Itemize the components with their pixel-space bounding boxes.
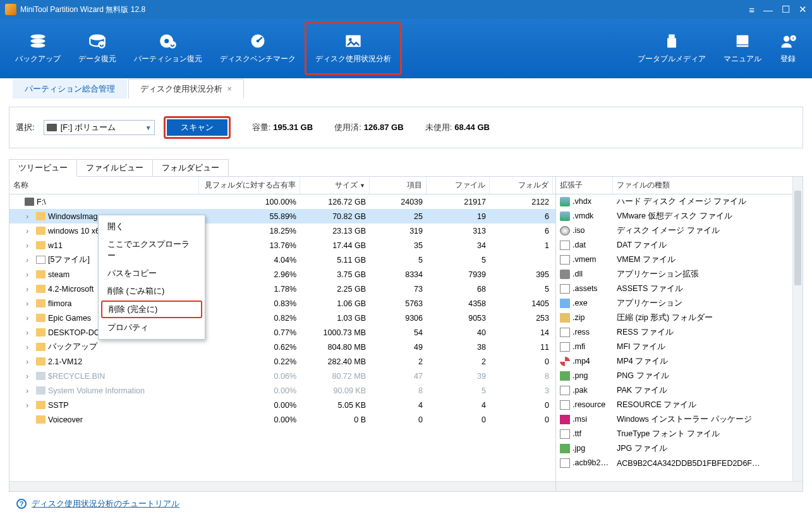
col-name[interactable]: 名称 bbox=[9, 177, 199, 194]
expander-icon[interactable]: › bbox=[26, 227, 33, 235]
table-row[interactable]: Voiceover0.00%0 B000 bbox=[9, 412, 555, 427]
col-filetype[interactable]: ファイルの種類 bbox=[613, 177, 803, 194]
table-row[interactable]: ›$RECYCLE.BIN0.06%80.72 MB47398 bbox=[9, 369, 555, 383]
table-row[interactable]: ›4.2-Microsoft1.78%2.25 GB73685 bbox=[9, 282, 555, 296]
table-row[interactable]: ›windows 10 x6…18.25%23.13 GB3193136 bbox=[9, 223, 555, 238]
table-row[interactable]: ›[5ファイル]4.04%5.11 GB55 bbox=[9, 253, 555, 267]
vertical-scrollbar[interactable] bbox=[792, 177, 803, 481]
table-row[interactable]: .jpgJPG ファイル bbox=[556, 441, 792, 456]
table-row[interactable]: .pngPNG ファイル bbox=[556, 369, 792, 383]
tree-body[interactable]: F:\100.00%126.72 GB24039219172122›Window… bbox=[9, 194, 555, 481]
folder-icon bbox=[36, 212, 45, 220]
row-size: 804.80 MB bbox=[300, 343, 370, 352]
expander-icon[interactable]: › bbox=[26, 386, 33, 395]
table-row[interactable]: ›flimora0.83%1.06 GB576343581405 bbox=[9, 296, 555, 311]
table-row[interactable]: .vhdxハード ディスク イメージ ファイル bbox=[556, 194, 792, 209]
menu-properties[interactable]: プロパティ bbox=[99, 319, 205, 336]
close-icon[interactable]: ✕ bbox=[799, 4, 807, 15]
register-button[interactable]: + 登録 bbox=[770, 22, 806, 75]
table-row[interactable]: ›System Volume Information0.00%90.09 KB8… bbox=[9, 383, 555, 398]
col-folders[interactable]: フォルダ bbox=[490, 177, 553, 194]
table-row[interactable]: F:\100.00%126.72 GB24039219172122 bbox=[9, 194, 555, 209]
expander-icon[interactable]: › bbox=[26, 256, 33, 265]
table-row[interactable]: .mfiMFI ファイル bbox=[556, 340, 792, 354]
row-ext: .vhdx bbox=[556, 197, 613, 206]
close-tab-icon[interactable]: × bbox=[227, 84, 232, 93]
horizontal-scrollbar[interactable] bbox=[556, 481, 803, 491]
horizontal-scrollbar[interactable] bbox=[9, 481, 555, 491]
tab-tree-view[interactable]: ツリービュー bbox=[9, 159, 77, 177]
expander-icon[interactable]: › bbox=[26, 241, 33, 250]
menu-delete-recycle[interactable]: 削除 (ごみ箱に) bbox=[99, 282, 205, 300]
row-type: JPG ファイル bbox=[613, 443, 792, 454]
expander-icon[interactable]: › bbox=[26, 212, 33, 221]
volume-select[interactable]: [F:] ボリューム ▼ bbox=[44, 120, 155, 135]
manual-button[interactable]: マニュアル bbox=[715, 22, 770, 75]
partition-recovery-button[interactable]: パーティション復元 bbox=[125, 22, 211, 75]
table-row[interactable]: .vmemVMEM ファイル bbox=[556, 253, 792, 267]
menu-open-explorer[interactable]: ここでエクスプローラー bbox=[99, 235, 205, 265]
maximize-icon[interactable]: ☐ bbox=[782, 4, 790, 15]
row-occupancy: 1.78% bbox=[199, 285, 300, 294]
menu-icon[interactable]: ≡ bbox=[749, 4, 754, 15]
col-size[interactable]: サイズ ▼ bbox=[300, 177, 370, 194]
table-row[interactable]: .acb9b2c4…ACB9B2C4A342DDB5D1FBFED2D6F… bbox=[556, 456, 792, 470]
tab-partition-mgmt[interactable]: パーティション総合管理 bbox=[13, 79, 127, 98]
col-files[interactable]: ファイル bbox=[427, 177, 490, 194]
col-occupancy[interactable]: 見フォルダに対する占有率 bbox=[199, 177, 300, 194]
table-row[interactable]: .assetsASSETS ファイル bbox=[556, 282, 792, 296]
disk-benchmark-button[interactable]: ディスクベンチマーク bbox=[211, 22, 305, 75]
table-row[interactable]: .ttfTrueType フォント ファイル bbox=[556, 427, 792, 441]
table-row[interactable]: .zip圧縮 (zip 形式) フォルダー bbox=[556, 311, 792, 325]
expander-icon[interactable]: › bbox=[26, 270, 33, 279]
menu-open[interactable]: 開く bbox=[99, 218, 205, 235]
expander-icon[interactable]: › bbox=[26, 328, 33, 337]
table-row[interactable]: .isoディスク イメージ ファイル bbox=[556, 223, 792, 238]
table-row[interactable]: ›2.1-VM120.22%282.40 MB220 bbox=[9, 354, 555, 369]
menu-copy-path[interactable]: パスをコピー bbox=[99, 265, 205, 282]
tab-file-view[interactable]: ファイルビュー bbox=[77, 159, 153, 177]
disk-usage-button[interactable]: ディスク使用状況分析 bbox=[305, 22, 402, 75]
table-row[interactable]: .exeアプリケーション bbox=[556, 296, 792, 311]
table-row[interactable]: .resourceRESOURCE ファイル bbox=[556, 398, 792, 412]
data-recovery-button[interactable]: データ復元 bbox=[70, 22, 125, 75]
scroll-thumb[interactable] bbox=[794, 191, 801, 285]
backup-button[interactable]: バックアップ bbox=[6, 22, 70, 75]
table-row[interactable]: ›WindowsImag…55.89%70.82 GB25196 bbox=[9, 209, 555, 223]
table-row[interactable]: .vmdkVMware 仮想ディスク ファイル bbox=[556, 209, 792, 223]
table-row[interactable]: .pakPAK ファイル bbox=[556, 383, 792, 398]
menu-delete-permanent[interactable]: 削除 (完全に) bbox=[101, 301, 202, 318]
table-row[interactable]: .dllアプリケーション拡張 bbox=[556, 267, 792, 282]
table-row[interactable]: ›w1113.76%17.44 GB35341 bbox=[9, 238, 555, 253]
view-tabs: ツリービュー ファイルビュー フォルダビュー bbox=[9, 158, 803, 176]
table-row[interactable]: ›SSTP0.00%5.05 KB440 bbox=[9, 398, 555, 412]
table-row[interactable]: ›Epic Games0.82%1.03 GB93069053253 bbox=[9, 311, 555, 325]
minimize-icon[interactable]: — bbox=[763, 4, 773, 15]
table-row[interactable]: .mp4MP4 ファイル bbox=[556, 354, 792, 369]
table-row[interactable]: ›steam2.96%3.75 GB83347939395 bbox=[9, 267, 555, 282]
expander-icon[interactable]: › bbox=[26, 314, 33, 323]
table-row[interactable]: ›バックアップ0.62%804.80 MB493811 bbox=[9, 340, 555, 354]
expander-icon[interactable]: › bbox=[26, 401, 33, 410]
expander-icon[interactable]: › bbox=[26, 299, 33, 308]
tab-disk-usage[interactable]: ディスク使用状況分析 × bbox=[128, 79, 244, 98]
col-items[interactable]: 項目 bbox=[370, 177, 427, 194]
tab-folder-view[interactable]: フォルダビュー bbox=[153, 159, 229, 177]
col-extension[interactable]: 拡張子 bbox=[556, 177, 613, 194]
table-row[interactable]: .datDAT ファイル bbox=[556, 238, 792, 253]
folder-icon bbox=[36, 343, 45, 351]
table-row[interactable]: ›DESKTOP-DO…0.77%1000.73 MB544014 bbox=[9, 325, 555, 340]
ext-body[interactable]: .vhdxハード ディスク イメージ ファイル.vmdkVMware 仮想ディス… bbox=[556, 194, 803, 481]
table-row[interactable]: .ressRESS ファイル bbox=[556, 325, 792, 340]
row-occupancy: 0.00% bbox=[199, 386, 300, 395]
table-row[interactable]: .msiWindows インストーラー パッケージ bbox=[556, 412, 792, 427]
expander-icon[interactable]: › bbox=[26, 357, 33, 366]
row-size: 90.09 KB bbox=[300, 386, 370, 395]
expander-icon[interactable]: › bbox=[26, 372, 33, 381]
tutorial-link[interactable]: ディスク使用状況分析のチュートリアル bbox=[32, 498, 179, 509]
row-type: DAT ファイル bbox=[613, 240, 792, 251]
scan-button[interactable]: スキャン bbox=[167, 119, 227, 136]
bootable-media-button[interactable]: ブータブルメディア bbox=[629, 22, 715, 75]
expander-icon[interactable]: › bbox=[26, 343, 33, 352]
expander-icon[interactable]: › bbox=[26, 285, 33, 294]
